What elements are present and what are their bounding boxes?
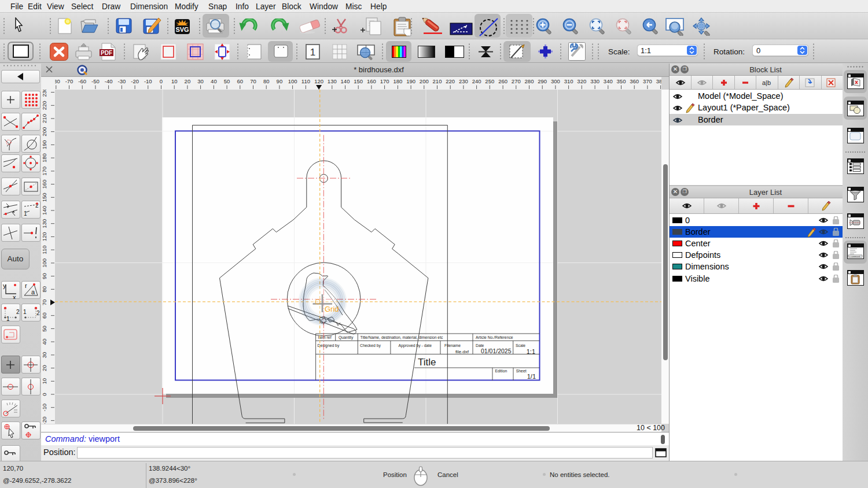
svg-text:180: 180 xyxy=(41,153,47,162)
svg-text:Title: Title xyxy=(418,357,436,368)
svg-text:100: 100 xyxy=(288,78,297,84)
svg-text:250: 250 xyxy=(485,78,494,84)
svg-text:Checked by: Checked by xyxy=(360,343,381,348)
svg-text:350: 350 xyxy=(617,78,626,84)
svg-text:240: 240 xyxy=(472,78,481,84)
svg-text:Filename: Filename xyxy=(444,343,461,347)
svg-text:130: 130 xyxy=(41,219,47,228)
svg-text:2: 2 xyxy=(36,310,40,316)
svg-text:Designed by: Designed by xyxy=(318,343,340,348)
svg-text:30: 30 xyxy=(41,352,47,358)
svg-text:Approved by - date: Approved by - date xyxy=(399,343,432,348)
svg-text:370: 370 xyxy=(643,78,652,84)
svg-text:y: y xyxy=(3,282,6,289)
svg-text:20: 20 xyxy=(185,78,191,84)
svg-text:210: 210 xyxy=(433,78,442,84)
svg-text:230: 230 xyxy=(459,78,468,84)
svg-text:60: 60 xyxy=(237,78,244,84)
svg-text:290: 290 xyxy=(538,78,547,84)
svg-text:140: 140 xyxy=(41,206,47,215)
svg-text:110: 110 xyxy=(301,78,310,84)
svg-text:-10: -10 xyxy=(41,404,47,412)
svg-text:40: 40 xyxy=(211,78,217,84)
svg-text:60: 60 xyxy=(41,312,47,319)
svg-text:x: x xyxy=(13,294,16,299)
svg-text:220: 220 xyxy=(446,78,455,84)
svg-text:150: 150 xyxy=(354,78,363,84)
svg-text:270: 270 xyxy=(512,78,521,84)
svg-text:300: 300 xyxy=(551,78,560,84)
svg-text:160: 160 xyxy=(367,78,376,84)
svg-text:80: 80 xyxy=(41,286,47,293)
svg-text:file.dxf: file.dxf xyxy=(455,349,469,354)
svg-text:2: 2 xyxy=(16,309,20,315)
svg-text:PDF: PDF xyxy=(101,50,112,56)
svg-text:0: 0 xyxy=(41,393,47,395)
svg-text:Edition: Edition xyxy=(495,369,507,373)
svg-text:Article No./Reference: Article No./Reference xyxy=(476,335,513,339)
svg-text:Grid: Grid xyxy=(325,305,339,313)
svg-text:380: 380 xyxy=(656,78,661,84)
svg-text:50: 50 xyxy=(224,78,230,84)
svg-text:120: 120 xyxy=(314,78,323,84)
svg-text:1: 1 xyxy=(310,47,315,58)
svg-text:Date: Date xyxy=(476,343,484,347)
svg-text:Sheet: Sheet xyxy=(516,369,527,373)
svg-text:160: 160 xyxy=(41,180,47,189)
svg-text:-20: -20 xyxy=(131,78,139,84)
svg-text:70: 70 xyxy=(250,78,256,84)
svg-text:a|b: a|b xyxy=(762,79,771,86)
svg-text:340: 340 xyxy=(604,78,613,84)
svg-text:10: 10 xyxy=(171,78,178,84)
svg-text:280: 280 xyxy=(525,78,534,84)
svg-text:170: 170 xyxy=(41,167,47,176)
svg-text:200: 200 xyxy=(41,127,47,136)
svg-text:50: 50 xyxy=(41,326,47,332)
svg-text:-60: -60 xyxy=(78,78,86,84)
svg-text:140: 140 xyxy=(341,78,350,84)
svg-text:360: 360 xyxy=(630,78,639,84)
svg-text:20: 20 xyxy=(41,365,47,371)
svg-text:01/01/2025: 01/01/2025 xyxy=(481,347,512,354)
svg-text:-80: -80 xyxy=(55,78,60,84)
svg-text:a: a xyxy=(31,289,35,295)
svg-text:310: 310 xyxy=(564,78,573,84)
svg-text:Title/Name, destination, mater: Title/Name, destination, material, dimen… xyxy=(361,335,444,339)
svg-text:-20: -20 xyxy=(41,417,47,424)
svg-text:190: 190 xyxy=(41,140,47,149)
svg-text:260: 260 xyxy=(498,78,507,84)
svg-text:90: 90 xyxy=(277,78,283,84)
svg-text:80: 80 xyxy=(263,78,270,84)
svg-text:1/1: 1/1 xyxy=(527,373,536,380)
svg-text:170: 170 xyxy=(380,78,389,84)
svg-text:200: 200 xyxy=(420,78,429,84)
svg-text:150: 150 xyxy=(41,193,47,202)
svg-text:110: 110 xyxy=(41,246,47,254)
svg-text:Scale: Scale xyxy=(516,343,525,347)
svg-text:-40: -40 xyxy=(105,78,113,84)
svg-text:-70: -70 xyxy=(65,78,73,84)
svg-text:SVG: SVG xyxy=(175,26,189,33)
svg-text:330: 330 xyxy=(590,78,599,84)
svg-text:10: 10 xyxy=(41,378,47,385)
svg-text:320: 320 xyxy=(577,78,586,84)
svg-text:1: 1 xyxy=(24,210,27,217)
svg-text:0: 0 xyxy=(160,78,163,84)
svg-text:220: 220 xyxy=(41,101,47,110)
svg-text:Quantity: Quantity xyxy=(339,335,354,340)
svg-text:90: 90 xyxy=(41,273,47,279)
svg-text:120: 120 xyxy=(41,232,47,241)
svg-text:1:1: 1:1 xyxy=(527,348,535,355)
svg-text:130: 130 xyxy=(328,78,337,84)
svg-text:c command: c command xyxy=(849,256,860,258)
svg-text:-50: -50 xyxy=(91,78,100,84)
svg-text:-10: -10 xyxy=(144,78,152,84)
svg-text:100: 100 xyxy=(41,258,47,268)
svg-text:40: 40 xyxy=(41,339,47,345)
svg-text:30: 30 xyxy=(197,78,204,84)
svg-text:210: 210 xyxy=(41,114,47,123)
svg-text:-30: -30 xyxy=(118,78,126,84)
svg-text:1: 1 xyxy=(6,316,10,321)
svg-text:70: 70 xyxy=(41,300,47,306)
svg-text:1: 1 xyxy=(23,309,27,315)
